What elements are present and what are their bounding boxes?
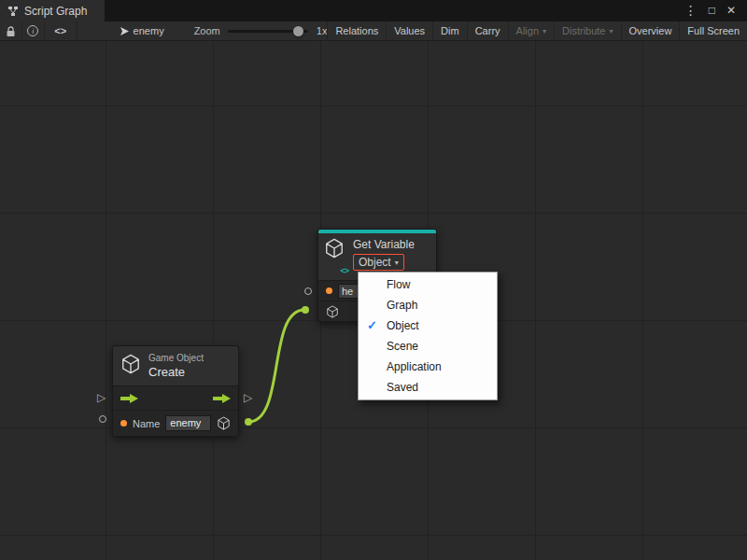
chevron-down-icon: ▾ bbox=[610, 27, 613, 35]
zoom-value: 1x bbox=[317, 25, 328, 36]
full-screen-button[interactable]: Full Screen bbox=[679, 21, 747, 40]
tab-script-graph[interactable]: Script Graph bbox=[0, 0, 105, 21]
variable-cube-icon: <> bbox=[324, 238, 346, 274]
flow-row bbox=[113, 385, 238, 410]
graph-name: enemy bbox=[134, 25, 164, 36]
graph-breadcrumb[interactable]: enemy bbox=[115, 21, 170, 40]
title-bar: Script Graph ⋮ □ ✕ bbox=[0, 0, 747, 21]
edit-script-button[interactable]: <> bbox=[45, 21, 78, 40]
lock-icon bbox=[6, 25, 16, 37]
menu-item-scene[interactable]: Scene bbox=[359, 336, 497, 357]
graph-canvas[interactable]: <> Get Variable Object ▾ he bbox=[0, 41, 747, 560]
info-icon: i bbox=[27, 25, 38, 36]
node-title: Get Variable bbox=[353, 238, 415, 251]
values-button[interactable]: Values bbox=[386, 21, 432, 40]
flow-out-arrow-icon[interactable] bbox=[213, 394, 231, 403]
carry-button[interactable]: Carry bbox=[467, 21, 508, 40]
object-port-icon[interactable] bbox=[326, 305, 339, 318]
menu-item-graph[interactable]: Graph bbox=[359, 295, 497, 315]
lock-button[interactable] bbox=[0, 21, 22, 40]
check-icon: ✓ bbox=[367, 315, 377, 336]
get-variable-input-port[interactable] bbox=[304, 287, 312, 295]
graph-tab-icon bbox=[7, 6, 19, 17]
zoom-slider[interactable] bbox=[228, 30, 308, 33]
zoom-label: Zoom bbox=[194, 25, 220, 36]
flow-in-arrow-icon[interactable] bbox=[120, 394, 138, 403]
maximize-icon[interactable]: □ bbox=[703, 0, 721, 21]
name-field-label: Name bbox=[133, 418, 160, 429]
distribute-button[interactable]: Distribute ▾ bbox=[554, 21, 620, 40]
object-port-icon[interactable] bbox=[217, 416, 231, 430]
zoom-control: Zoom 1x bbox=[194, 21, 328, 40]
zoom-slider-knob[interactable] bbox=[293, 26, 303, 36]
name-input-port[interactable] bbox=[99, 415, 106, 423]
tab-label: Script Graph bbox=[24, 5, 87, 18]
node-title: Create bbox=[148, 365, 204, 379]
close-icon[interactable]: ✕ bbox=[721, 0, 741, 21]
chevron-down-icon: ▾ bbox=[395, 259, 399, 267]
scope-dropdown-menu: Flow Graph ✓ Object Scene Application Sa… bbox=[358, 272, 498, 400]
menu-item-object[interactable]: ✓ Object bbox=[359, 315, 497, 336]
string-port-icon[interactable] bbox=[120, 420, 127, 427]
chevron-down-icon: ▾ bbox=[543, 27, 546, 35]
overview-button[interactable]: Overview bbox=[621, 21, 680, 40]
variable-scope-dropdown[interactable]: Object ▾ bbox=[353, 254, 404, 271]
code-icon: <> bbox=[54, 25, 66, 36]
create-game-object-node[interactable]: Game Object Create Name enemy bbox=[112, 345, 239, 437]
code-badge-icon: <> bbox=[340, 266, 348, 275]
string-port-icon[interactable] bbox=[326, 287, 332, 294]
scope-selected: Object bbox=[359, 256, 391, 269]
flow-input-port[interactable]: ▷ bbox=[97, 392, 106, 403]
menu-item-saved[interactable]: Saved bbox=[359, 377, 497, 398]
name-row: Name enemy bbox=[113, 410, 238, 436]
graph-toolbar: i <> enemy Zoom 1x Relations Values Dim … bbox=[0, 21, 747, 41]
align-button[interactable]: Align ▾ bbox=[508, 21, 554, 40]
window-controls: ⋮ □ ✕ bbox=[679, 0, 747, 21]
node-category: Game Object bbox=[148, 353, 204, 363]
dim-button[interactable]: Dim bbox=[432, 21, 467, 40]
menu-item-flow[interactable]: Flow bbox=[359, 274, 497, 295]
name-field[interactable]: enemy bbox=[165, 415, 211, 431]
toolbar-buttons: Relations Values Dim Carry Align ▾ Distr… bbox=[327, 21, 747, 40]
menu-item-application[interactable]: Application bbox=[359, 357, 497, 377]
graph-pointer-icon bbox=[120, 27, 129, 35]
info-button[interactable]: i bbox=[22, 21, 45, 40]
relations-button[interactable]: Relations bbox=[327, 21, 386, 40]
window-menu-icon[interactable]: ⋮ bbox=[679, 0, 703, 21]
game-object-cube-icon bbox=[120, 353, 141, 375]
flow-output-port[interactable]: ▷ bbox=[244, 392, 252, 403]
create-node-header: Game Object Create bbox=[113, 346, 238, 385]
